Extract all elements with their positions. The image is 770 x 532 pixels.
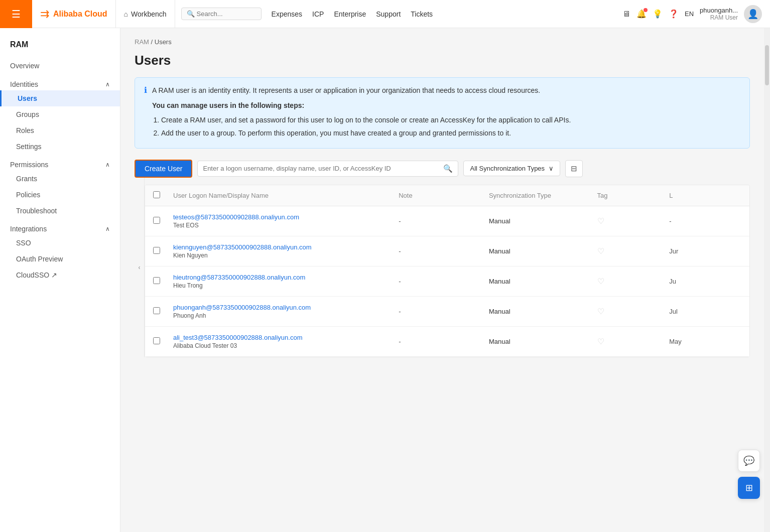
users-table: User Logon Name/Display Name Note Synchr… (145, 185, 750, 357)
row-checkbox-cell[interactable] (153, 307, 173, 316)
language-selector[interactable]: EN (685, 10, 694, 18)
avatar[interactable]: 👤 (744, 5, 762, 23)
page-title: Users (135, 53, 750, 68)
user-search-input[interactable] (203, 165, 443, 172)
search-box[interactable]: 🔍 (181, 8, 262, 20)
user-display-name: Kien Nguyen (173, 252, 399, 259)
sidebar-section-permissions[interactable]: Permissions ∧ (0, 155, 120, 171)
logo-area: ⇉ Alibaba Cloud (32, 0, 116, 28)
row-checkbox[interactable] (153, 307, 160, 314)
sidebar-title: RAM (0, 36, 120, 57)
help-icon[interactable]: ❓ (669, 9, 679, 19)
chat-icon: 💬 (743, 455, 754, 466)
user-name-cell: kiennguyen@5873350000902888.onaliyun.com… (173, 243, 399, 259)
monitor-icon[interactable]: 🖥 (622, 10, 630, 19)
last-cell: Jur (669, 247, 741, 255)
sidebar-item-users[interactable]: Users (0, 90, 120, 106)
user-name-cell: ali_test3@5873350000902888.onaliyun.com … (173, 334, 399, 349)
row-checkbox-cell[interactable] (153, 277, 173, 286)
table-row: testeos@5873350000902888.onaliyun.com Te… (145, 206, 749, 236)
float-grid-button[interactable]: ⊞ (738, 477, 760, 499)
table-inner: User Logon Name/Display Name Note Synchr… (145, 178, 750, 357)
user-name-cell: hieutrong@5873350000902888.onaliyun.com … (173, 274, 399, 289)
nav-tickets[interactable]: Tickets (411, 10, 433, 18)
last-cell: - (669, 217, 741, 225)
hamburger-button[interactable]: ☰ (0, 0, 32, 28)
user-info: phuonganh... RAM User (700, 7, 738, 21)
table-row: hieutrong@5873350000902888.onaliyun.com … (145, 267, 749, 297)
workbench-label: Workbench (131, 10, 167, 18)
sidebar-item-cloudsso[interactable]: CloudSSO ↗ (0, 267, 120, 283)
filter-icon: ⊟ (571, 164, 577, 173)
row-checkbox-cell[interactable] (153, 337, 173, 346)
sidebar-item-sso[interactable]: SSO (0, 235, 120, 251)
user-search-box[interactable]: 🔍 (197, 161, 458, 177)
header-checkbox-cell[interactable] (153, 191, 173, 200)
scrollbar[interactable] (764, 28, 770, 532)
sidebar-item-policies[interactable]: Policies (0, 187, 120, 203)
tag-icon[interactable]: ♡ (597, 337, 604, 346)
nav-support[interactable]: Support (376, 10, 401, 18)
table-row: kiennguyen@5873350000902888.onaliyun.com… (145, 236, 749, 267)
sync-type-cell: Manual (489, 217, 597, 225)
tag-icon[interactable]: ♡ (597, 247, 604, 255)
sync-type-dropdown[interactable]: All Synchronization Types ∨ (463, 161, 560, 176)
main-content: RAM / Users Users ℹ A RAM user is an ide… (120, 28, 764, 532)
bell-icon[interactable]: 🔔 (636, 9, 647, 19)
sidebar-item-grants[interactable]: Grants (0, 171, 120, 187)
row-checkbox-cell[interactable] (153, 217, 173, 225)
sidebar-section-identities[interactable]: Identities ∧ (0, 74, 120, 90)
info-box: ℹ A RAM user is an identity entity. It r… (135, 77, 750, 149)
sidebar-item-troubleshoot[interactable]: Troubleshoot (0, 203, 120, 219)
bulb-icon[interactable]: 💡 (653, 9, 663, 19)
sidebar-item-groups[interactable]: Groups (0, 106, 120, 122)
row-checkbox[interactable] (153, 247, 160, 254)
tag-icon[interactable]: ♡ (597, 277, 604, 286)
tag-icon[interactable]: ♡ (597, 217, 604, 225)
tag-cell: ♡ (597, 216, 670, 226)
breadcrumb-ram[interactable]: RAM (135, 38, 149, 46)
sidebar-item-roles[interactable]: Roles (0, 122, 120, 139)
user-email-link[interactable]: phuonganh@5873350000902888.onaliyun.com (173, 304, 399, 311)
sidebar-section-integrations[interactable]: Integrations ∧ (0, 219, 120, 235)
row-checkbox[interactable] (153, 337, 160, 344)
nav-right: 🖥 🔔 💡 ❓ EN phuonganh... RAM User 👤 (614, 5, 770, 23)
tag-icon[interactable]: ♡ (597, 307, 604, 316)
sidebar-item-settings[interactable]: Settings (0, 139, 120, 155)
nav-expenses[interactable]: Expenses (272, 10, 302, 18)
workbench-nav[interactable]: ⌂ Workbench (116, 0, 175, 28)
row-checkbox-cell[interactable] (153, 247, 173, 255)
user-search-icon[interactable]: 🔍 (443, 164, 453, 173)
sidebar: RAM Overview Identities ∧ Users Groups R… (0, 28, 120, 532)
sidebar-item-oauth[interactable]: OAuth Preview (0, 251, 120, 267)
float-chat-button[interactable]: 💬 (738, 450, 760, 472)
col-header-last: L (669, 192, 741, 199)
scrollbar-thumb[interactable] (765, 45, 769, 85)
col-header-name: User Logon Name/Display Name (173, 192, 399, 199)
select-all-checkbox[interactable] (153, 191, 160, 198)
user-display-name: Phuong Anh (173, 312, 399, 319)
logo-text: Alibaba Cloud (53, 10, 107, 19)
user-email-link[interactable]: hieutrong@5873350000902888.onaliyun.com (173, 274, 399, 281)
note-cell: - (399, 308, 489, 315)
search-input[interactable] (197, 10, 252, 18)
sync-type-cell: Manual (489, 247, 597, 255)
breadcrumb-current: Users (155, 38, 172, 46)
sidebar-item-overview[interactable]: Overview (0, 57, 120, 74)
user-email-link[interactable]: ali_test3@5873350000902888.onaliyun.com (173, 334, 399, 341)
filter-button[interactable]: ⊟ (565, 160, 583, 177)
nav-enterprise[interactable]: Enterprise (334, 10, 366, 18)
alibaba-cloud-icon: ⇉ (40, 8, 49, 21)
create-user-button[interactable]: Create User (135, 160, 192, 178)
table-collapse-handle[interactable]: ‹ (135, 178, 145, 357)
tag-cell: ♡ (597, 277, 670, 286)
row-checkbox[interactable] (153, 217, 160, 224)
nav-icp[interactable]: ICP (312, 10, 324, 18)
hamburger-icon: ☰ (12, 8, 21, 20)
user-email-link[interactable]: testeos@5873350000902888.onaliyun.com (173, 213, 399, 221)
sync-type-cell: Manual (489, 338, 597, 345)
user-email-link[interactable]: kiennguyen@5873350000902888.onaliyun.com (173, 243, 399, 251)
user-display-name: Alibaba Cloud Tester 03 (173, 342, 399, 349)
table-header-row: User Logon Name/Display Name Note Synchr… (145, 185, 749, 206)
row-checkbox[interactable] (153, 277, 160, 284)
